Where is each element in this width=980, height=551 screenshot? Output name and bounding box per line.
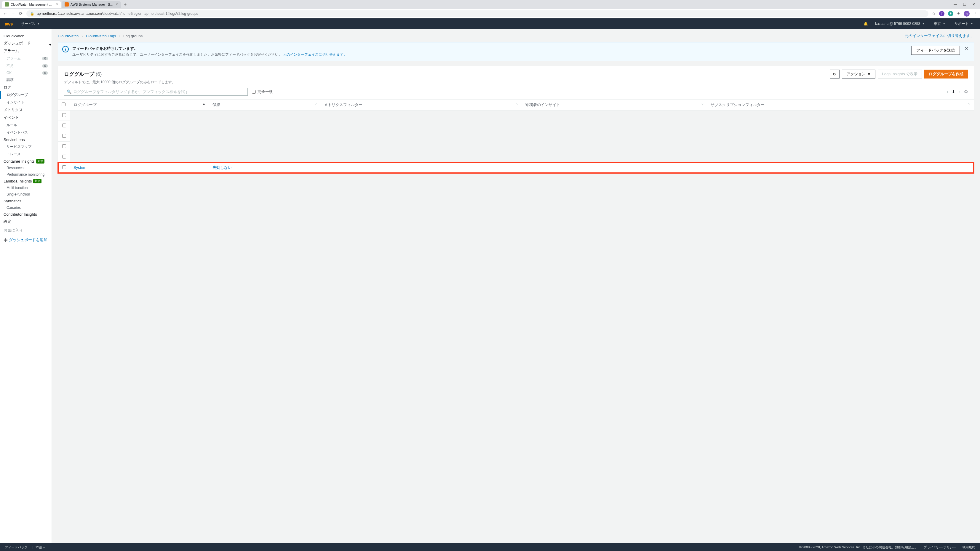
row-checkbox[interactable] — [62, 165, 66, 169]
sidebar-item-contributor-insights[interactable]: Contributor Insights — [0, 211, 52, 218]
actions-dropdown[interactable]: アクション ▼ — [842, 70, 875, 78]
nav-forward-icon[interactable]: → — [11, 11, 16, 16]
aws-logo[interactable]: aws — [5, 21, 13, 26]
sidebar-item-event-bus[interactable]: イベントバス — [0, 129, 52, 136]
sidebar-collapse-button[interactable]: ◀ — [48, 41, 52, 48]
new-tab-button[interactable]: + — [121, 2, 129, 7]
services-menu[interactable]: サービス — [19, 21, 42, 26]
sidebar-item-metrics[interactable]: メトリクス — [0, 106, 52, 114]
region-menu[interactable]: 東京 — [931, 21, 947, 26]
sidebar-item-alarms[interactable]: アラーム — [0, 47, 52, 55]
sidebar-item-synthetics[interactable]: Synthetics — [0, 198, 52, 205]
sidebar-item-dashboard[interactable]: ダッシュボード — [0, 40, 52, 47]
sidebar-item-perf-monitoring[interactable]: Performance monitoring — [0, 171, 52, 178]
row-checkbox[interactable] — [62, 144, 66, 148]
sidebar-item-logs[interactable]: ログ — [0, 84, 52, 91]
sidebar-add-dashboard-link[interactable]: ダッシュボードを追加 — [0, 235, 52, 245]
browser-tab-active[interactable]: CloudWatch Management Conso × — [2, 1, 61, 8]
sidebar-item-insufficient[interactable]: 不足0 — [0, 62, 52, 70]
sidebar-item-rules[interactable]: ルール — [0, 121, 52, 129]
footer-privacy-link[interactable]: プライバシーポリシー — [924, 545, 956, 549]
breadcrumb: CloudWatch › CloudWatch Logs › Log group… — [58, 34, 143, 38]
extension-icon[interactable]: ✱ — [948, 11, 953, 16]
footer-terms-link[interactable]: 利用規約 — [962, 545, 975, 549]
sidebar-item-container-insights[interactable]: Container Insights新規 — [0, 158, 52, 165]
sort-icon: ▽ — [315, 102, 317, 105]
breadcrumb-cloudwatch[interactable]: CloudWatch — [58, 34, 78, 38]
breadcrumb-cloudwatch-logs[interactable]: CloudWatch Logs — [86, 34, 116, 38]
browser-tab-inactive[interactable]: AWS Systems Manager - Session × — [62, 1, 121, 8]
window-close-icon[interactable]: ✕ — [972, 2, 975, 6]
table-row-system[interactable]: System 失効しない - - - — [58, 162, 974, 173]
sidebar-item-servicelens[interactable]: ServiceLens — [0, 136, 52, 143]
sidebar-item-settings[interactable]: 設定 — [0, 218, 52, 225]
col-log-group[interactable]: ロググループ▲ — [70, 100, 209, 111]
support-menu[interactable]: サポート — [952, 21, 975, 26]
banner-close-icon[interactable]: ✕ — [963, 46, 970, 51]
sidebar-item-resources[interactable]: Resources — [0, 165, 52, 171]
sidebar-item-events[interactable]: イベント — [0, 114, 52, 121]
browser-menu-icon[interactable]: ⋮ — [973, 11, 977, 16]
page-next-icon[interactable]: › — [959, 89, 960, 94]
table-row — [58, 121, 974, 131]
send-feedback-button[interactable]: フィードバックを送信 — [911, 46, 960, 55]
url-field[interactable]: 🔒 ap-northeast-1.console.aws.amazon.com/… — [26, 10, 928, 17]
sidebar-item-traces[interactable]: トレース — [0, 151, 52, 158]
footer-language-menu[interactable]: 日本語 — [32, 545, 45, 549]
extensions-menu-icon[interactable]: ✦ — [957, 11, 960, 16]
sidebar-item-ok[interactable]: OK0 — [0, 70, 52, 76]
panel-title: ロググループ (6) — [64, 71, 102, 78]
extension-icon[interactable]: 7 — [939, 11, 945, 16]
sidebar-item-alarm-sub[interactable]: アラーム0 — [0, 55, 52, 62]
profile-avatar[interactable]: h — [964, 11, 970, 17]
row-checkbox[interactable] — [62, 124, 66, 127]
row-checkbox[interactable] — [62, 134, 66, 138]
switch-interface-link[interactable]: 元のインターフェイスに切り替えます。 — [905, 33, 974, 38]
exact-match-checkbox[interactable]: 完全一致 — [252, 89, 273, 95]
retention-link[interactable]: 失効しない — [213, 165, 232, 170]
col-subscription[interactable]: サブスクリプションフィルター▽ — [707, 100, 974, 111]
sidebar-item-lambda-insights[interactable]: Lambda Insights新規 — [0, 178, 52, 184]
col-metric-filter[interactable]: メトリクスフィルター▽ — [320, 100, 522, 111]
sidebar-item-single-function[interactable]: Single-function — [0, 191, 52, 198]
sidebar-item-billing[interactable]: 請求 — [0, 76, 52, 84]
row-checkbox[interactable] — [62, 155, 66, 159]
select-all-checkbox[interactable] — [62, 103, 65, 106]
sidebar-item-canaries[interactable]: Canaries — [0, 205, 52, 211]
filter-input-wrapper[interactable]: 🔍 — [64, 88, 248, 96]
sidebar-item-service-map[interactable]: サービスマップ — [0, 143, 52, 151]
sidebar-item-log-groups[interactable]: ロググループ — [0, 91, 52, 98]
breadcrumb-current: Log groups — [123, 34, 143, 38]
logs-insights-button[interactable]: Logs Insights で表示 — [878, 70, 922, 78]
tab-close-icon[interactable]: × — [56, 2, 58, 6]
log-group-link[interactable]: System — [73, 165, 86, 170]
sidebar-favorites-heading: お気に入り — [0, 225, 52, 235]
window-maximize-icon[interactable]: ❐ — [963, 2, 966, 6]
nav-reload-icon[interactable]: ⟳ — [19, 11, 23, 16]
page-prev-icon[interactable]: ‹ — [947, 89, 948, 94]
table-row — [58, 141, 974, 152]
tab-close-icon[interactable]: × — [116, 2, 118, 6]
refresh-icon: ⟳ — [833, 72, 836, 76]
row-checkbox[interactable] — [62, 113, 66, 117]
settings-gear-icon[interactable]: ⚙ — [964, 89, 968, 95]
window-minimize-icon[interactable]: ― — [954, 2, 957, 6]
account-menu[interactable]: kazaana @ 5769-5092-0858 — [873, 22, 927, 26]
sidebar-item-insights[interactable]: インサイト — [0, 98, 52, 106]
filter-input[interactable] — [73, 89, 245, 94]
notifications-icon[interactable]: 🔔 — [864, 22, 868, 26]
refresh-button[interactable]: ⟳ — [830, 70, 840, 78]
exact-match-input[interactable] — [252, 90, 256, 94]
col-contributor[interactable]: 寄稿者のインサイト▽ — [522, 100, 707, 111]
sidebar-item-multi-function[interactable]: Multi-function — [0, 184, 52, 191]
banner-switch-link[interactable]: 元のインターフェイスに切り替えます。 — [283, 52, 347, 57]
table-row — [58, 111, 974, 121]
panel-subtext: デフォルトでは、最大 10000 個のロググループのみをロードします。 — [58, 80, 974, 88]
create-log-group-button[interactable]: ロググループを作成 — [924, 70, 968, 78]
sidebar-item-cloudwatch[interactable]: CloudWatch — [0, 33, 52, 40]
footer-feedback-link[interactable]: フィードバック — [5, 545, 27, 549]
bookmark-star-icon[interactable]: ☆ — [932, 11, 935, 16]
subscription-cell: - — [707, 162, 974, 173]
nav-back-icon[interactable]: ← — [3, 11, 7, 16]
col-retention[interactable]: 保持▽ — [209, 100, 320, 111]
